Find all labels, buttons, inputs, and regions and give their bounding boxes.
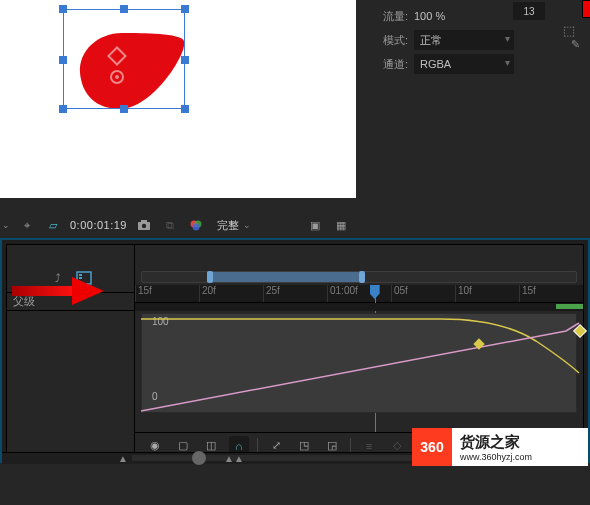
color-management-icon[interactable] (187, 216, 205, 234)
shy-layers-icon[interactable]: ⤴ (49, 269, 67, 287)
graph-value-min: 0 (152, 391, 158, 402)
ruler-tick: 10f (455, 285, 519, 302)
parent-column-header[interactable]: 父级 (7, 293, 134, 311)
mask-toggle-icon[interactable]: ▱ (44, 216, 62, 234)
snapshot-icon[interactable] (135, 216, 153, 234)
layer-duration-bar[interactable] (556, 304, 583, 309)
mode-value: 正常 (420, 33, 442, 48)
work-area-bar[interactable] (141, 271, 577, 283)
flow-label: 流量: (368, 9, 408, 24)
preview-toolbar: ⌄ ⌖ ▱ 0:00:01:19 ⧉ 完整 ⌄ ▣ ▦ (0, 214, 356, 236)
ruler-tick: 05f (391, 285, 455, 302)
parent-label: 父级 (13, 294, 35, 309)
ruler-tick: 01:00f (327, 285, 391, 302)
ruler-tick: 15f (135, 285, 199, 302)
ruler-tick: 20f (199, 285, 263, 302)
mode-label: 模式: (368, 33, 408, 48)
timeline-graph-area: 15f 20f 25f 01:00f 05f 10f 15f 100 0 (135, 245, 583, 458)
work-area-end-handle[interactable] (359, 271, 365, 283)
transparency-grid-icon[interactable]: ▣ (306, 216, 324, 234)
target-icon[interactable]: ⌖ (18, 216, 36, 234)
graph-editor-toggle-icon[interactable] (75, 269, 93, 287)
resize-handle-bc[interactable] (120, 105, 128, 113)
resize-handle-ml[interactable] (59, 56, 67, 64)
resize-handle-br[interactable] (181, 105, 189, 113)
svg-point-5 (142, 224, 146, 228)
resize-handle-tr[interactable] (181, 5, 189, 13)
svg-rect-11 (79, 277, 82, 279)
transparent-toggle-icon[interactable]: ⬚ (563, 23, 575, 38)
nav-zoom-out-icon[interactable]: ▲ (118, 453, 128, 464)
channel-value: RGBA (420, 58, 451, 70)
current-timecode[interactable]: 0:00:01:19 (70, 219, 127, 231)
svg-rect-10 (79, 274, 82, 276)
channel-label: 通道: (368, 57, 408, 72)
nav-thumb[interactable] (192, 451, 206, 465)
channel-dropdown[interactable]: RGBA (414, 54, 514, 74)
magnification-dropdown[interactable]: ⌄ (2, 220, 10, 230)
watermark-badge: 360 (412, 428, 452, 466)
graph-value-max: 100 (152, 316, 169, 327)
work-area-range[interactable] (207, 272, 359, 282)
svg-rect-4 (141, 220, 147, 223)
watermark-title: 货源之家 (460, 433, 532, 452)
brush-size-field[interactable]: 13 (513, 2, 545, 20)
selection-bounding-box[interactable] (63, 9, 185, 109)
mode-dropdown[interactable]: 正常 (414, 30, 514, 50)
work-area-start-handle[interactable] (207, 271, 213, 283)
flow-value[interactable]: 100 % (414, 10, 445, 22)
composition-preview[interactable] (0, 0, 356, 198)
resize-handle-tl[interactable] (59, 5, 67, 13)
ruler-tick: 15f (519, 285, 583, 302)
graph-editor-background[interactable]: 100 0 (141, 313, 577, 413)
resolution-dropdown[interactable]: 完整 (217, 218, 239, 233)
foreground-color-swatch[interactable] (582, 0, 590, 18)
link-icon[interactable]: ⧉ (161, 216, 179, 234)
ruler-tick: 25f (263, 285, 327, 302)
paint-properties-panel: 13 ⬚ 流量: 100 % 模式: 正常 ✎ 通道: RGBA (356, 0, 590, 198)
resize-handle-mr[interactable] (181, 56, 189, 64)
watermark-url: www.360hyzj.com (460, 452, 532, 462)
time-ruler[interactable]: 15f 20f 25f 01:00f 05f 10f 15f (135, 285, 583, 303)
eyedropper-icon[interactable]: ✎ (571, 38, 580, 51)
svg-point-8 (193, 224, 200, 231)
region-of-interest-icon[interactable]: ▦ (332, 216, 350, 234)
resolution-caret-icon[interactable]: ⌄ (243, 220, 251, 230)
layer-bar-row (135, 303, 583, 311)
watermark: 360 货源之家 www.360hyzj.com (412, 428, 588, 466)
nav-zoom-in-icon[interactable]: ▲▲ (224, 453, 244, 464)
resize-handle-bl[interactable] (59, 105, 67, 113)
resize-handle-tc[interactable] (120, 5, 128, 13)
timeline-left-column: ⤴ 父级 (7, 245, 135, 458)
